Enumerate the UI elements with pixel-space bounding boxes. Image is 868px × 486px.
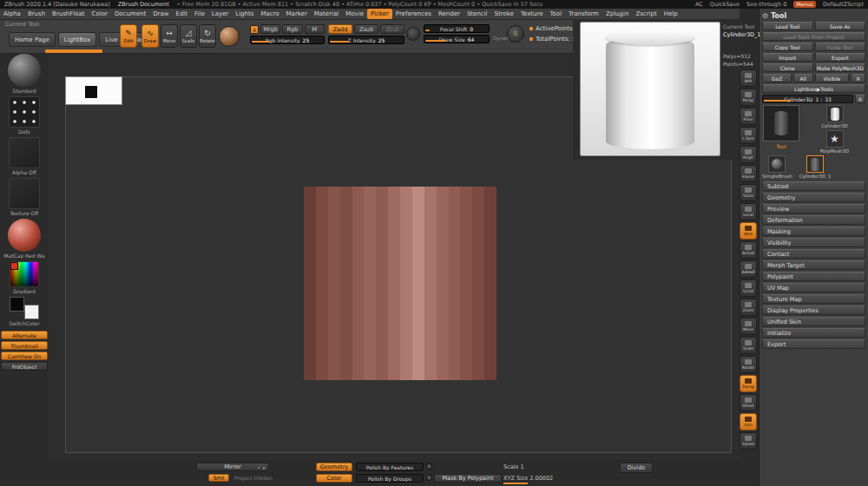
tray-thumbnail[interactable] (9, 297, 40, 319)
tool-subpalette-button[interactable]: Display Properties (762, 305, 865, 315)
current-material-sphere[interactable] (219, 26, 240, 47)
tray-item[interactable]: Alpha Off (9, 137, 40, 175)
sculpt-mode-button[interactable]: Zcut (380, 24, 404, 34)
right-shelf-button[interactable]: Zoom (740, 299, 757, 316)
transform-mode-button[interactable]: ∿ Draw (141, 24, 159, 48)
ac-toggle[interactable]: AC (695, 1, 703, 8)
tray-item[interactable]: Gradient (10, 261, 39, 294)
shelf-tab[interactable]: Home Page (9, 32, 56, 47)
tray-item[interactable]: MatCap Red Wa (3, 219, 44, 259)
tool-subpalette-button[interactable]: Masking (762, 227, 865, 236)
menu-item[interactable]: Edit (172, 9, 191, 19)
tool-subpalette-button[interactable]: Deformation (762, 215, 865, 225)
tool-subpalette-button[interactable]: Contact (762, 249, 865, 259)
goz-visible-button[interactable]: Visible (815, 74, 850, 82)
right-shelf-button[interactable]: Wire (740, 222, 757, 240)
right-shelf-button[interactable]: Transp (740, 375, 757, 392)
transform-mode-button[interactable]: ↔ Move (161, 24, 178, 48)
recent-tool-cell[interactable]: Cylinder3D (804, 105, 865, 128)
tool-subpalette-button[interactable]: Unified Skin (762, 317, 865, 326)
menu-item[interactable]: Render (435, 9, 464, 19)
xyz-size-value[interactable]: XYZ Size 2.00002 (503, 475, 553, 482)
tool-list-cell[interactable]: Cylinder3D_1 (799, 155, 832, 179)
tool-subpalette-button[interactable]: Morph Target (762, 260, 865, 270)
sculpt-mode-button[interactable]: Zsub (354, 24, 378, 34)
tool-count-slider[interactable]: Cylinder3D_1 : 33 (762, 95, 853, 103)
paint-mode-button[interactable]: M (305, 24, 325, 34)
secondary-color-square[interactable] (24, 305, 39, 319)
right-shelf-button[interactable]: Frame (740, 165, 757, 182)
lightbox-tools-button[interactable]: Lightbox▶Tools (762, 84, 865, 93)
recent-tool-thumbnail[interactable] (826, 105, 844, 122)
tray-item[interactable]: Texture Off (9, 178, 40, 216)
goz-button[interactable]: GoZ (762, 74, 792, 82)
tray-toggle-button[interactable]: CamView On (1, 351, 48, 360)
polish-groups-toggle[interactable] (426, 475, 432, 481)
draw-size-slider[interactable]: Draw Size 64 (424, 35, 490, 43)
tool-subpalette-button[interactable]: Geometry (762, 193, 865, 202)
shelf-tab[interactable]: LightBox (58, 32, 96, 47)
tool-subpalette-button[interactable]: Initialize (762, 328, 865, 338)
menu-item[interactable]: Stroke (491, 9, 517, 19)
tray-toggle-button[interactable]: FrdObject (1, 362, 48, 371)
tray-thumbnail[interactable] (9, 96, 40, 128)
right-shelf-button[interactable]: Scale (740, 337, 757, 354)
polish-by-groups-slider[interactable]: Polish By Groups (356, 474, 424, 483)
tray-toggle-button[interactable]: Alternate (1, 331, 48, 339)
right-shelf-button[interactable]: Actual (740, 241, 757, 259)
edit-button[interactable]: ✎ Edit (120, 24, 137, 48)
paint-mode-button[interactable]: Rgb (282, 24, 302, 34)
menu-item[interactable]: Tool (547, 9, 566, 19)
clone-button[interactable]: Clone (762, 63, 813, 72)
right-shelf-button[interactable]: AAHalf (740, 260, 757, 278)
menu-item[interactable]: Alpha (0, 9, 24, 19)
sculpt-mode-button[interactable]: Zadd (328, 24, 352, 34)
tool-subpalette-button[interactable]: Preview (762, 204, 865, 213)
polish-by-features-slider[interactable]: Polish By Features (356, 463, 424, 471)
rgb-intensity-slider[interactable]: Rgb Intensity 25 (250, 36, 325, 44)
mirror-button[interactable]: Mirror (196, 463, 269, 471)
tool-subpalette-button[interactable]: Polypaint (762, 272, 865, 281)
focal-shift-slider[interactable]: Focal Shift 0 (424, 24, 490, 33)
menu-item[interactable]: Document (111, 9, 149, 19)
menu-item[interactable]: Movie (342, 9, 367, 19)
menu-item[interactable]: Picker (367, 9, 392, 19)
right-shelf-button[interactable]: Local (740, 203, 757, 220)
right-shelf-button[interactable]: Solo (740, 413, 757, 430)
right-shelf-button[interactable]: Scroll (740, 279, 757, 297)
load-tool-button[interactable]: Load Tool (762, 22, 813, 30)
menu-item[interactable]: Transform (565, 9, 602, 19)
copy-tool-button[interactable]: Copy Tool (762, 43, 813, 51)
export-button[interactable]: Export (815, 53, 866, 62)
tray-item[interactable]: Standard (8, 54, 41, 94)
smt-toggle[interactable]: Smt (208, 474, 229, 482)
recent-tool-cell[interactable]: PolyMesh3D (804, 130, 865, 154)
painted-cylinder[interactable] (304, 187, 496, 380)
goz-r-button[interactable]: R (851, 74, 865, 82)
paste-tool-button[interactable]: Paste Tool (815, 43, 866, 51)
mask-by-polypaint-button[interactable]: Mask By Polypaint (434, 474, 502, 483)
goz-all-button[interactable]: All (793, 74, 812, 82)
right-shelf-button[interactable]: Ghost (740, 394, 757, 411)
menu-item[interactable]: Zscript (632, 9, 660, 19)
tool-subpalette-button[interactable]: Export (762, 339, 865, 349)
menu-item[interactable]: Marker (283, 9, 311, 19)
recent-tool-thumbnail[interactable] (826, 130, 844, 148)
color-swatch[interactable]: A (250, 25, 259, 34)
quicksave-button[interactable]: QuickSave (710, 1, 740, 8)
menu-item[interactable]: Lights (232, 9, 257, 19)
tray-toggle-button[interactable]: Thumbnail (1, 341, 48, 350)
right-shelf-button[interactable]: Rotate (740, 356, 757, 373)
transform-mode-button[interactable]: ↻ Rotate (199, 24, 216, 48)
menu-item[interactable]: Material (311, 9, 342, 19)
tray-thumbnail[interactable] (9, 178, 40, 209)
import-button[interactable]: Import (762, 53, 813, 62)
right-shelf-button[interactable]: Store (740, 184, 757, 201)
menu-item[interactable]: File (191, 9, 208, 19)
active-tool-cell[interactable]: Tool (762, 105, 800, 154)
menu-item[interactable]: Layer (208, 9, 233, 19)
tool-subpalette-button[interactable]: Texture Map (762, 294, 865, 304)
paint-mode-button[interactable]: Mrgb (260, 24, 280, 34)
tray-thumbnail[interactable] (10, 261, 39, 287)
polish-features-toggle[interactable] (426, 463, 432, 470)
